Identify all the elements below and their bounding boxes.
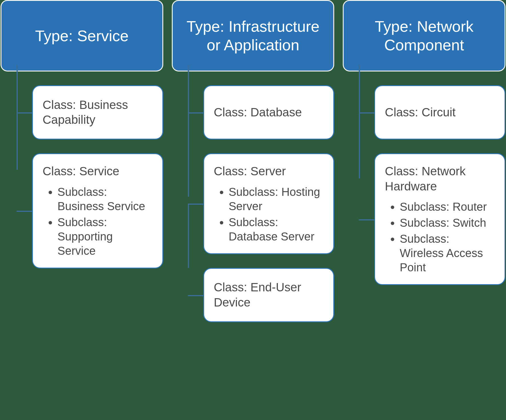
class-label: Class: Database xyxy=(214,105,324,120)
children-network: Class: Circuit Class: Network Hardware S… xyxy=(359,71,505,285)
type-label: Type: Network Component xyxy=(352,17,496,54)
subclass-item: Subclass: Business Service xyxy=(57,185,153,213)
column-infra-app: Type: Infrastructure or Application Clas… xyxy=(172,0,334,322)
column-service: Type: Service Class: Business Capability… xyxy=(1,0,163,322)
subclass-list: Subclass: Business Service Subclass: Sup… xyxy=(57,183,153,258)
class-box-database: Class: Database xyxy=(203,85,334,140)
class-label: Class: Business Capability xyxy=(43,97,153,128)
class-box-end-user-device: Class: End-User Device xyxy=(203,268,334,322)
class-box-service: Class: Service Subclass: Business Servic… xyxy=(32,153,163,268)
subclass-item: Subclass: Hosting Server xyxy=(229,185,324,213)
class-box-server: Class: Server Subclass: Hosting Server S… xyxy=(203,153,334,254)
subclass-item: Subclass: Router xyxy=(400,200,495,214)
subclass-item: Subclass: Database Server xyxy=(229,215,324,244)
class-wrap: Class: Circuit xyxy=(374,85,505,140)
type-box-network: Type: Network Component xyxy=(343,0,505,71)
subclass-item: Subclass: Switch xyxy=(400,216,495,230)
class-label: Class: Server xyxy=(214,164,324,179)
class-label: Class: Service xyxy=(43,164,153,179)
children-infra-app: Class: Database Class: Server Subclass: … xyxy=(188,71,334,322)
class-box-circuit: Class: Circuit xyxy=(374,85,505,140)
class-wrap: Class: Service Subclass: Business Servic… xyxy=(32,153,163,268)
subclass-list: Subclass: Hosting Server Subclass: Datab… xyxy=(229,183,324,244)
type-box-infra-app: Type: Infrastructure or Application xyxy=(172,0,334,71)
children-service: Class: Business Capability Class: Servic… xyxy=(17,71,163,268)
class-wrap: Class: Business Capability xyxy=(32,85,163,140)
class-wrap: Class: Network Hardware Subclass: Router… xyxy=(374,153,505,285)
type-box-service: Type: Service xyxy=(1,0,163,71)
diagram-root: Type: Service Class: Business Capability… xyxy=(0,0,506,322)
class-box-network-hardware: Class: Network Hardware Subclass: Router… xyxy=(374,153,505,285)
subclass-list: Subclass: Router Subclass: Switch Subcla… xyxy=(400,198,495,274)
class-wrap: Class: Database xyxy=(203,85,334,140)
class-label: Class: Network Hardware xyxy=(385,164,495,194)
class-label: Class: Circuit xyxy=(385,105,495,120)
class-box-business-capability: Class: Business Capability xyxy=(32,85,163,140)
class-wrap: Class: End-User Device xyxy=(203,268,334,322)
type-label: Type: Infrastructure or Application xyxy=(181,17,325,54)
column-network: Type: Network Component Class: Circuit C… xyxy=(343,0,505,322)
class-wrap: Class: Server Subclass: Hosting Server S… xyxy=(203,153,334,254)
type-label: Type: Service xyxy=(35,27,129,45)
subclass-item: Subclass: Wireless Access Point xyxy=(400,232,495,274)
class-label: Class: End-User Device xyxy=(214,280,324,310)
subclass-item: Subclass: Supporting Service xyxy=(57,215,153,258)
